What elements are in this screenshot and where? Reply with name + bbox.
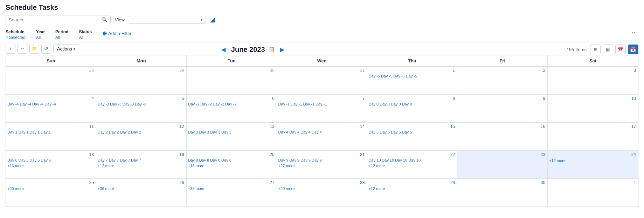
calendar-date: 31: [278, 67, 366, 74]
calendar-event[interactable]: Day 3 Day 3 Day 3 Day 3: [188, 130, 275, 135]
add-filter-button[interactable]: ⊕ Add a Filter: [102, 30, 131, 37]
filter-status-label: Status: [79, 29, 92, 34]
calendar-cell[interactable]: 5Day -3 Day -3 Day -3 Day -3: [96, 95, 187, 123]
calendar: SunMonTueWedThuFriSat 282930311Day -5 Da…: [6, 55, 638, 207]
calendar-event[interactable]: Day 10 Day 10 Day 10 Day 10: [368, 158, 456, 163]
calendar-date: 21: [278, 151, 366, 158]
search-box[interactable]: 🔍: [6, 15, 111, 24]
calendar-event[interactable]: Day -1 Day -1 Day -1 Day -1: [278, 102, 366, 107]
calendar-event[interactable]: Day 4 Day 4 Day 4 Day 4: [278, 130, 366, 135]
calendar-more[interactable]: +16 more: [7, 164, 95, 168]
calendar-event[interactable]: Day 8 Day 8 Day 8 Day 8: [188, 158, 275, 163]
calendar-cell[interactable]: 23: [457, 151, 548, 179]
calendar-cell[interactable]: 16: [457, 123, 548, 151]
calendar-cell[interactable]: 7Day -1 Day -1 Day -1 Day -1: [277, 95, 367, 123]
calendar-outline-view-button[interactable]: 📅: [615, 45, 626, 54]
view-select[interactable]: ▾: [129, 16, 206, 24]
calendar-event[interactable]: Day 1 Day 1 Day 1 Day 1: [7, 130, 95, 135]
folder-button[interactable]: 📁: [29, 44, 39, 54]
calendar-cell[interactable]: 24+12 more: [548, 151, 638, 179]
calendar-cell[interactable]: 1: [548, 179, 638, 207]
calendar-event[interactable]: Day -2 Day -2 Day -2 Day -2: [188, 102, 275, 107]
calendar-cell[interactable]: 28+20 more: [277, 179, 367, 207]
calendar-cell[interactable]: 8Day 0 Day 0 Day 0 Day 0: [367, 95, 457, 123]
calendar-cell[interactable]: 21Day 9 Day 9 Day 9 Day 9+27 more: [277, 151, 367, 179]
calendar-cell[interactable]: 28: [6, 67, 96, 95]
calendar-event[interactable]: Day -3 Day -3 Day -3 Day -3: [98, 102, 185, 107]
calendar-cell[interactable]: 30: [187, 67, 277, 95]
calendar-cell[interactable]: 1Day -5 Day -5 Day -5 Day -5: [367, 67, 457, 95]
calendar-event[interactable]: Day 0 Day 0 Day 0 Day 0: [368, 102, 456, 107]
filter-group-status: Status All: [79, 29, 92, 40]
calendar-cell[interactable]: 29+12 more: [367, 179, 457, 207]
more-options-icon[interactable]: ···: [632, 29, 638, 36]
filter-funnel-icon[interactable]: ◢: [210, 16, 215, 23]
calendar-cell[interactable]: 18Day 6 Day 6 Day 6 Day 6+16 more: [6, 151, 96, 179]
calendar-cell[interactable]: 29: [96, 67, 187, 95]
filter-schedule-value[interactable]: 4 Selected: [6, 35, 26, 40]
calendar-cell[interactable]: 17: [548, 123, 638, 151]
calendar-date: 2: [459, 67, 546, 74]
calendar-cell[interactable]: 27+38 more: [187, 179, 277, 207]
calendar-date: 30: [188, 67, 275, 74]
calendar-cell[interactable]: 6Day -2 Day -2 Day -2 Day -2: [187, 95, 277, 123]
list-view-button[interactable]: ≡: [590, 45, 601, 54]
calendar-more[interactable]: +18 more: [188, 164, 275, 168]
calendar-date: 13: [188, 123, 275, 130]
calendar-event[interactable]: Day -5 Day -5 Day -5 Day -5: [368, 74, 456, 79]
toolbar: + ✏ 📁 ↺ Actions ▾: [6, 44, 79, 54]
calendar-cell[interactable]: 3: [548, 67, 638, 95]
calendar-date: 6: [188, 95, 275, 102]
calendar-date: 17: [549, 123, 637, 130]
calendar-more[interactable]: +12 more: [98, 164, 185, 168]
calendar-more[interactable]: +38 more: [188, 186, 275, 191]
calendar-cell[interactable]: 22Day 10 Day 10 Day 10 Day 10+12 more: [367, 151, 457, 179]
calendar-more[interactable]: +27 more: [278, 164, 366, 168]
grid-view-button[interactable]: ▦: [603, 45, 613, 54]
calendar-event[interactable]: Day 6 Day 6 Day 6 Day 6: [7, 158, 95, 163]
calendar-cell[interactable]: 30: [457, 179, 548, 207]
calendar-date: 1: [549, 179, 637, 186]
calendar-event[interactable]: Day 2 Day 2 Day 2 Day 2: [98, 130, 185, 135]
calendar-more[interactable]: +20 more: [7, 186, 95, 191]
calendar-cell[interactable]: 20Day 8 Day 8 Day 8 Day 8+18 more: [187, 151, 277, 179]
calendar-event[interactable]: Day 5 Day 5 Day 5 Day 5: [368, 130, 456, 135]
calendar-more[interactable]: +12 more: [368, 164, 456, 168]
calendar-event[interactable]: Day -4 Day -4 Day -4 Day -4: [7, 102, 95, 107]
add-button[interactable]: +: [6, 44, 15, 54]
next-month-button[interactable]: ▶: [278, 46, 286, 54]
calendar-filled-view-button[interactable]: 📆: [628, 45, 638, 54]
calendar-cell[interactable]: 12Day 2 Day 2 Day 2 Day 2: [96, 123, 187, 151]
search-input[interactable]: [9, 17, 102, 22]
calendar-cell[interactable]: 14Day 4 Day 4 Day 4 Day 4: [277, 123, 367, 151]
page-title: Schedule Tasks: [6, 4, 638, 12]
filter-status-value[interactable]: All: [79, 35, 92, 40]
filter-year-value[interactable]: All: [36, 35, 45, 40]
calendar-cell[interactable]: 25+20 more: [6, 179, 96, 207]
calendar-cell[interactable]: 13Day 3 Day 3 Day 3 Day 3: [187, 123, 277, 151]
prev-month-button[interactable]: ◀: [219, 46, 228, 54]
calendar-cell[interactable]: 9: [457, 95, 548, 123]
calendar-date: 29: [368, 179, 456, 186]
calendar-event[interactable]: Day 7 Day 7 Day 7 Day 7: [98, 158, 185, 163]
calendar-copy-icon[interactable]: 📋: [269, 47, 275, 52]
actions-button[interactable]: Actions ▾: [53, 45, 79, 53]
refresh-button[interactable]: ↺: [41, 44, 51, 54]
calendar-cell[interactable]: 10: [548, 95, 638, 123]
calendar-more[interactable]: +12 more: [549, 158, 637, 163]
calendar-cell[interactable]: 26+36 more: [96, 179, 187, 207]
calendar-cell[interactable]: 31: [277, 67, 367, 95]
calendar-cell[interactable]: 19Day 7 Day 7 Day 7 Day 7+12 more: [96, 151, 187, 179]
calendar-header-cell: Tue: [187, 55, 277, 66]
calendar-date: 26: [98, 179, 185, 186]
calendar-cell[interactable]: 15Day 5 Day 5 Day 5 Day 5: [367, 123, 457, 151]
calendar-cell[interactable]: 11Day 1 Day 1 Day 1 Day 1: [6, 123, 96, 151]
edit-button[interactable]: ✏: [18, 44, 27, 54]
calendar-more[interactable]: +36 more: [98, 186, 185, 191]
calendar-event[interactable]: Day 9 Day 9 Day 9 Day 9: [278, 158, 366, 163]
calendar-more[interactable]: +12 more: [368, 186, 456, 191]
calendar-cell[interactable]: 2: [457, 67, 548, 95]
calendar-cell[interactable]: 4Day -4 Day -4 Day -4 Day -4: [6, 95, 96, 123]
filter-period-value[interactable]: All: [55, 35, 68, 40]
calendar-more[interactable]: +20 more: [278, 186, 366, 191]
